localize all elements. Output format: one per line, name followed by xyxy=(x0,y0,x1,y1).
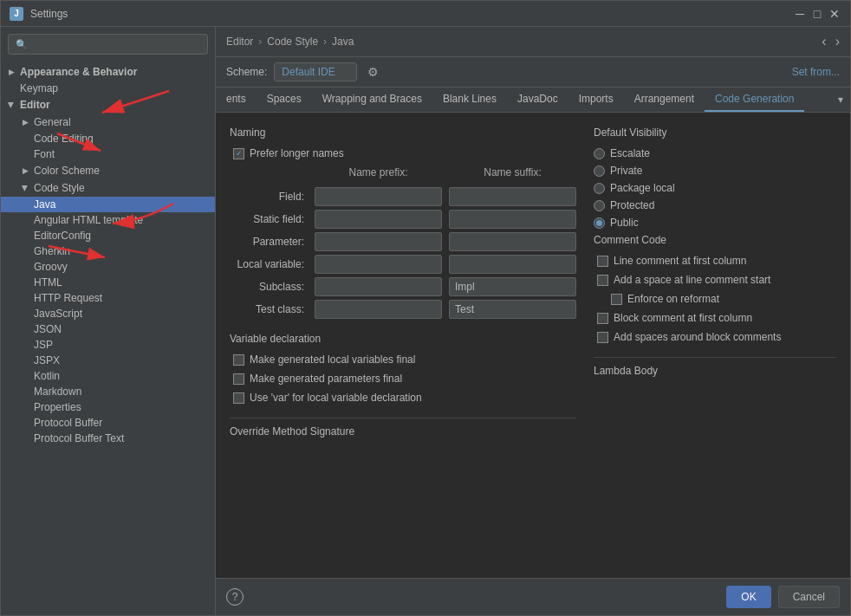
tab-imports[interactable]: Imports xyxy=(568,88,624,112)
name-suffix-header: Name suffix: xyxy=(449,166,576,178)
breadcrumb-sep2: › xyxy=(323,36,327,48)
sidebar-item-keymap[interactable]: Keymap xyxy=(1,81,215,96)
cancel-button[interactable]: Cancel xyxy=(778,586,840,608)
test-class-label: Test class: xyxy=(230,303,308,315)
expand-arrow-general: ▶ xyxy=(18,115,32,129)
escalate-radio-row: Escalate xyxy=(594,147,836,159)
parameter-label: Parameter: xyxy=(230,236,308,248)
public-radio[interactable] xyxy=(594,217,605,229)
variable-declaration-section: Variable declaration Make generated loca… xyxy=(230,333,576,404)
package-local-radio[interactable] xyxy=(594,183,605,194)
app-icon: J xyxy=(10,7,23,21)
search-box[interactable]: 🔍 xyxy=(8,34,208,55)
static-field-prefix-input[interactable] xyxy=(315,210,442,229)
sidebar-item-angular-html[interactable]: Angular HTML template xyxy=(1,212,215,228)
prefer-longer-names-checkbox[interactable] xyxy=(233,148,244,159)
minimize-button[interactable]: ─ xyxy=(793,7,807,21)
tab-javadoc[interactable]: JavaDoc xyxy=(507,88,568,112)
add-spaces-around-block-checkbox[interactable] xyxy=(597,332,608,343)
local-variable-prefix-input[interactable] xyxy=(315,255,442,274)
sidebar-item-javascript[interactable]: JavaScript xyxy=(1,306,215,321)
sidebar-item-editor[interactable]: ▶ Editor xyxy=(1,96,215,113)
subclass-prefix-input[interactable] xyxy=(315,277,442,296)
left-column: Naming Prefer longer names Name prefix: … xyxy=(230,126,576,564)
sidebar-item-json[interactable]: JSON xyxy=(1,321,215,337)
tab-blank-lines[interactable]: Blank Lines xyxy=(432,88,507,112)
breadcrumb-forward-button[interactable]: › xyxy=(835,34,840,49)
sidebar-item-general[interactable]: ▶ General xyxy=(1,113,215,131)
sidebar-item-code-editing[interactable]: Code Editing xyxy=(1,131,215,146)
make-params-final-row: Make generated parameters final xyxy=(230,373,576,385)
tab-ents[interactable]: ents xyxy=(216,88,257,112)
test-class-suffix-input[interactable] xyxy=(449,300,576,319)
default-visibility-section: Default Visibility Escalate Private Pack… xyxy=(594,126,836,229)
close-button[interactable]: ✕ xyxy=(828,7,841,21)
sidebar-item-jsp[interactable]: JSP xyxy=(1,337,215,353)
sidebar-item-http-request[interactable]: HTTP Request xyxy=(1,290,215,306)
private-radio[interactable] xyxy=(594,165,605,177)
tab-code-generation[interactable]: Code Generation xyxy=(705,88,804,112)
enforce-on-reformat-label: Enforce on reformat xyxy=(627,293,719,305)
sidebar-item-properties[interactable]: Properties xyxy=(1,399,215,415)
sidebar-item-kotlin[interactable]: Kotlin xyxy=(1,368,215,384)
test-class-prefix-input[interactable] xyxy=(315,300,442,319)
sidebar-item-color-scheme[interactable]: ▶ Color Scheme xyxy=(1,162,215,179)
sidebar-item-jspx[interactable]: JSPX xyxy=(1,353,215,368)
local-variable-row: Local variable: xyxy=(230,255,576,274)
parameter-suffix-input[interactable] xyxy=(449,232,576,251)
sidebar-item-code-style[interactable]: ▶ Code Style xyxy=(1,179,215,197)
sidebar-item-java[interactable]: Java xyxy=(1,197,215,212)
maximize-button[interactable]: □ xyxy=(810,7,824,21)
bottom-bar: ? OK Cancel xyxy=(216,578,850,615)
breadcrumb-editor: Editor xyxy=(226,36,253,48)
field-suffix-input[interactable] xyxy=(449,187,576,206)
expand-arrow-appearance: ▶ xyxy=(4,65,18,79)
block-comment-first-col-row: Block comment at first column xyxy=(594,312,836,324)
subclass-label: Subclass: xyxy=(230,281,308,293)
add-space-at-line-comment-checkbox[interactable] xyxy=(597,275,608,286)
line-comment-first-col-checkbox[interactable] xyxy=(597,256,608,267)
subclass-suffix-input[interactable] xyxy=(449,277,576,296)
name-prefix-header: Name prefix: xyxy=(315,166,442,178)
public-label: Public xyxy=(610,217,639,229)
scheme-gear-icon[interactable]: ⚙ xyxy=(367,65,379,79)
sidebar-item-markdown[interactable]: Markdown xyxy=(1,384,215,399)
sidebar-item-editorconfig[interactable]: EditorConfig xyxy=(1,228,215,243)
search-input[interactable] xyxy=(33,38,200,50)
search-icon: 🔍 xyxy=(16,39,28,50)
make-params-final-checkbox[interactable] xyxy=(233,373,244,385)
scheme-dropdown-wrapper[interactable]: Default IDE xyxy=(274,62,357,81)
parameter-prefix-input[interactable] xyxy=(315,232,442,251)
static-field-suffix-input[interactable] xyxy=(449,210,576,229)
sidebar-item-protocol-buffer[interactable]: Protocol Buffer xyxy=(1,415,215,431)
title-bar: J Settings ─ □ ✕ xyxy=(1,1,850,27)
tab-wrapping[interactable]: Wrapping and Braces xyxy=(312,88,432,112)
tab-spaces[interactable]: Spaces xyxy=(257,88,312,112)
tab-arrangement[interactable]: Arrangement xyxy=(624,88,705,112)
local-variable-suffix-input[interactable] xyxy=(449,255,576,274)
sidebar-item-gherkin[interactable]: Gherkin xyxy=(1,243,215,259)
ok-button[interactable]: OK xyxy=(726,586,770,608)
breadcrumb-back-button[interactable]: ‹ xyxy=(822,34,826,49)
field-prefix-input[interactable] xyxy=(315,187,442,206)
enforce-on-reformat-checkbox[interactable] xyxy=(611,294,622,305)
scheme-dropdown[interactable]: Default IDE xyxy=(274,62,357,81)
sidebar-item-html[interactable]: HTML xyxy=(1,275,215,290)
add-spaces-around-block-label: Add spaces around block comments xyxy=(614,331,781,343)
use-var-checkbox[interactable] xyxy=(233,392,244,404)
sidebar-item-font[interactable]: Font xyxy=(1,146,215,162)
block-comment-first-col-checkbox[interactable] xyxy=(597,313,608,324)
protected-radio[interactable] xyxy=(594,200,605,211)
escalate-radio[interactable] xyxy=(594,148,605,159)
sidebar-item-appearance[interactable]: ▶ Appearance & Behavior xyxy=(1,63,215,81)
sidebar-item-groovy[interactable]: Groovy xyxy=(1,259,215,275)
help-button[interactable]: ? xyxy=(226,588,244,606)
prefer-longer-names-row: Prefer longer names xyxy=(230,147,576,159)
sidebar-item-protocol-buffer-text[interactable]: Protocol Buffer Text xyxy=(1,431,215,446)
block-comment-first-col-label: Block comment at first column xyxy=(614,312,752,324)
scheme-label: Scheme: xyxy=(226,66,267,78)
make-local-final-checkbox[interactable] xyxy=(233,354,244,366)
override-method-title: Override Method Signature xyxy=(230,425,576,438)
tabs-overflow-button[interactable]: ▾ xyxy=(831,88,850,111)
set-from-link[interactable]: Set from... xyxy=(792,66,840,78)
